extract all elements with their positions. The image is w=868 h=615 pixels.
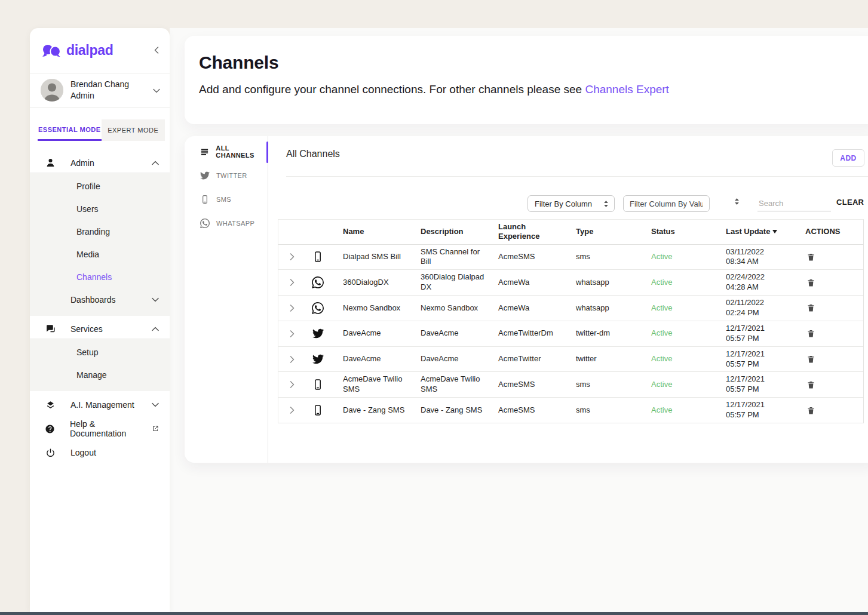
chevron-right-icon [290, 381, 295, 388]
row-expand-button[interactable] [278, 356, 306, 363]
sidebar-item-label: Dashboards [70, 295, 116, 305]
trash-icon [806, 328, 815, 339]
cell-description: Nexmo Sandbox [421, 301, 498, 316]
delete-channel-button[interactable] [805, 380, 863, 390]
cell-type: sms [576, 403, 651, 418]
sidebar-item-branding[interactable]: Branding [30, 220, 170, 243]
cell-name: AcmeDave Twilio SMS [343, 372, 421, 397]
tab-essential-mode[interactable]: ESSENTIAL MODE [38, 119, 102, 141]
cell-last-update: 12/17/2021 05:57 PM [726, 372, 793, 397]
channels-table: Name Description Launch Experience Type … [278, 219, 864, 423]
chevron-right-icon [290, 330, 295, 337]
row-expand-button[interactable] [278, 407, 306, 414]
sidebar-item-channels[interactable]: Channels [30, 266, 170, 288]
whatsapp-icon [200, 219, 210, 228]
sidebar: dialpad Brendan Chang Admin ESSENTIAL MO… [30, 28, 170, 612]
delete-channel-button[interactable] [805, 354, 863, 364]
sidebar-collapse-button[interactable] [154, 45, 159, 56]
cell-type: sms [576, 250, 651, 265]
chevron-right-icon [290, 356, 295, 363]
status-badge: Active [651, 326, 726, 341]
chevron-right-icon [290, 279, 295, 286]
logo-wordmark: dialpad [66, 42, 113, 59]
sidebar-item-media[interactable]: Media [30, 243, 170, 266]
table-row: 360DialogDX 360Dialog Dialpad DX AcmeWa … [278, 270, 863, 296]
whatsapp-icon [306, 276, 343, 288]
nav-section-ai-management[interactable]: A.I. Management [30, 395, 170, 415]
sort-descending-icon [772, 230, 777, 233]
twitter-icon [306, 328, 343, 339]
help-icon [45, 424, 55, 434]
table-row: DaveAcme DaveAcme AcmeTwitter twitter Ac… [278, 347, 863, 373]
column-header-type: Type [576, 225, 651, 239]
delete-channel-button[interactable] [805, 405, 863, 416]
column-header-status: Status [651, 225, 726, 239]
header-icon-spacer [306, 229, 343, 234]
channel-nav-twitter[interactable]: TWITTER [185, 164, 268, 187]
channel-nav-all-channels[interactable]: ALL CHANNELS [185, 140, 268, 164]
nav-section-admin[interactable]: Admin [30, 153, 170, 173]
channels-expert-link[interactable]: Channels Expert [585, 83, 668, 96]
cell-last-update: 03/11/2022 08:34 AM [726, 245, 793, 270]
trash-icon [806, 303, 815, 313]
chevron-up-icon [152, 161, 159, 165]
chat-icon [45, 324, 56, 334]
sidebar-item-profile[interactable]: Profile [30, 175, 170, 198]
column-header-last-update: Last Update [726, 225, 805, 239]
row-expand-button[interactable] [278, 279, 306, 286]
sort-by-last-update[interactable]: Last Update [726, 227, 777, 236]
delete-channel-button[interactable] [805, 328, 863, 339]
clear-button[interactable]: CLEAR [836, 198, 864, 207]
user-role: Admin [70, 90, 129, 102]
user-menu[interactable]: Brendan Chang Admin [30, 73, 170, 107]
chevron-right-icon [290, 407, 295, 414]
table-row: DaveAcme DaveAcme AcmeTwitterDm twitter-… [278, 321, 863, 347]
delete-channel-button[interactable] [805, 252, 863, 262]
chevron-down-icon [153, 85, 160, 96]
channel-nav-sms[interactable]: SMS [185, 187, 268, 211]
cell-name: Nexmo Sandbox [343, 301, 421, 316]
nav-section-services[interactable]: Services [30, 319, 170, 339]
cell-description: SMS Channel for Bill [421, 245, 498, 270]
tab-expert-mode[interactable]: EXPERT MODE [102, 119, 165, 141]
panel-heading: All Channels [286, 149, 340, 159]
channel-nav-label: TWITTER [216, 172, 247, 179]
select-arrows-icon [603, 200, 609, 208]
cell-last-update: 12/17/2021 05:57 PM [726, 321, 793, 346]
delete-channel-button[interactable] [805, 278, 863, 288]
sidebar-item-manage[interactable]: Manage [30, 364, 170, 386]
chevron-down-icon [152, 402, 159, 407]
cell-description: Dave - Zang SMS [421, 403, 498, 418]
sidebar-item-dashboards[interactable]: Dashboards [30, 288, 170, 311]
nav-help-documentation[interactable]: Help & Documentation [30, 419, 170, 439]
table-row: Nexmo Sandbox Nexmo Sandbox AcmeWa whats… [278, 296, 863, 321]
row-expand-button[interactable] [278, 305, 306, 312]
cell-launch-experience: AcmeSMS [498, 250, 576, 265]
cell-last-update: 12/17/2021 05:57 PM [726, 398, 793, 423]
add-button[interactable]: ADD [832, 149, 864, 167]
trash-icon [806, 380, 815, 390]
row-expand-button[interactable] [278, 253, 306, 260]
twitter-icon [306, 353, 343, 365]
sort-toggle-icon[interactable] [734, 198, 740, 205]
filter-by-column-select[interactable]: Filter By Column [527, 195, 615, 212]
search-input[interactable] [757, 196, 831, 211]
cell-type: twitter-dm [576, 326, 651, 341]
cell-description: DaveAcme [421, 326, 498, 341]
app-root: dialpad Brendan Chang Admin ESSENTIAL MO… [0, 0, 868, 615]
column-header-description: Description [421, 225, 498, 239]
delete-channel-button[interactable] [805, 303, 863, 313]
power-icon [45, 448, 56, 458]
sidebar-item-users[interactable]: Users [30, 198, 170, 220]
dialpad-logo: dialpad [42, 42, 113, 59]
user-meta: Brendan Chang Admin [70, 79, 129, 102]
row-expand-button[interactable] [278, 381, 306, 388]
sidebar-item-setup[interactable]: Setup [30, 341, 170, 364]
filter-value-input[interactable] [623, 195, 710, 212]
mode-tabs: ESSENTIAL MODE EXPERT MODE [38, 119, 165, 141]
channel-nav-whatsapp[interactable]: WHATSAPP [185, 211, 268, 235]
nav-logout[interactable]: Logout [30, 442, 170, 463]
sms-phone-icon [306, 251, 343, 263]
row-expand-button[interactable] [278, 330, 306, 337]
trash-icon [806, 252, 815, 262]
